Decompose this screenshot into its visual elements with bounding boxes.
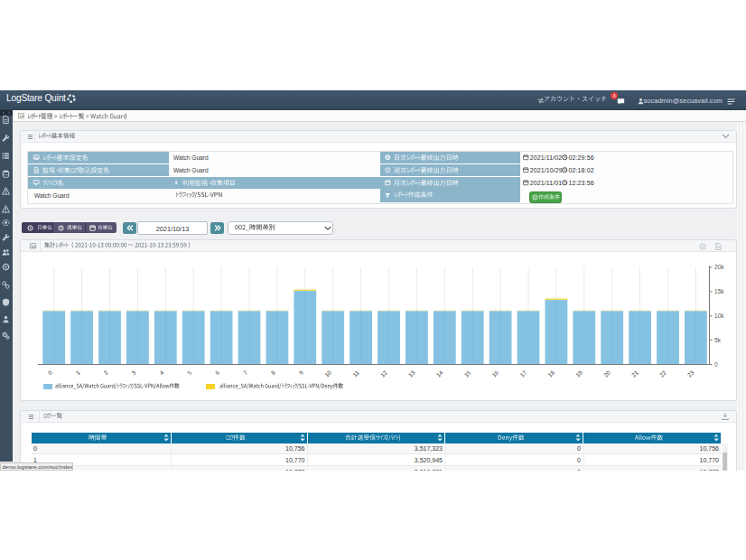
svg-text:10k: 10k — [714, 313, 724, 319]
svg-text:0: 0 — [714, 361, 718, 368]
svg-text:2: 2 — [102, 369, 109, 376]
svg-text:16: 16 — [490, 369, 499, 378]
svg-text:9: 9 — [298, 369, 305, 376]
svg-text:13: 13 — [407, 369, 416, 378]
svg-text:4: 4 — [158, 369, 165, 376]
svg-text:10: 10 — [323, 369, 332, 378]
svg-text:22: 22 — [658, 369, 667, 378]
svg-text:18: 18 — [546, 369, 555, 378]
svg-text:7: 7 — [242, 369, 249, 376]
svg-text:5: 5 — [186, 369, 193, 376]
svg-text:5k: 5k — [714, 337, 722, 343]
svg-text:14: 14 — [435, 369, 444, 378]
svg-text:1: 1 — [74, 369, 81, 376]
svg-text:8: 8 — [270, 369, 277, 376]
svg-text:19: 19 — [574, 369, 583, 378]
svg-text:15: 15 — [462, 369, 471, 378]
svg-text:6: 6 — [214, 369, 221, 376]
svg-text:12: 12 — [379, 369, 388, 378]
svg-text:21: 21 — [630, 369, 639, 378]
svg-text:11: 11 — [351, 369, 360, 378]
svg-text:17: 17 — [518, 369, 527, 378]
svg-text:0: 0 — [46, 369, 53, 376]
svg-text:15k: 15k — [714, 288, 724, 294]
svg-text:20k: 20k — [714, 264, 724, 270]
svg-text:3: 3 — [130, 369, 137, 376]
svg-text:20: 20 — [602, 369, 611, 378]
svg-text:23: 23 — [686, 369, 695, 378]
